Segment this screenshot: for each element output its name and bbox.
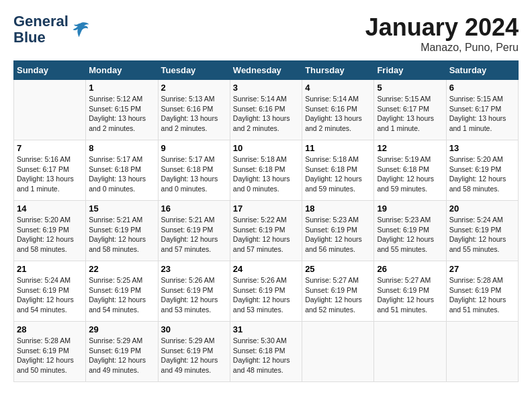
- day-info: Sunrise: 5:20 AM Sunset: 6:19 PM Dayligh…: [17, 215, 83, 255]
- day-number: 28: [17, 324, 83, 334]
- day-number: 14: [17, 203, 83, 214]
- calendar-cell: 20Sunrise: 5:24 AM Sunset: 6:19 PM Dayli…: [446, 201, 518, 261]
- day-number: 24: [233, 264, 299, 274]
- day-info: Sunrise: 5:29 AM Sunset: 6:19 PM Dayligh…: [89, 336, 154, 375]
- day-info: Sunrise: 5:15 AM Sunset: 6:17 PM Dayligh…: [377, 94, 443, 134]
- day-info: Sunrise: 5:27 AM Sunset: 6:19 PM Dayligh…: [305, 275, 371, 315]
- calendar-cell: 29Sunrise: 5:29 AM Sunset: 6:19 PM Dayli…: [86, 322, 158, 382]
- day-number: 20: [449, 203, 515, 214]
- calendar-cell: 17Sunrise: 5:22 AM Sunset: 6:19 PM Dayli…: [230, 201, 302, 261]
- day-info: Sunrise: 5:18 AM Sunset: 6:18 PM Dayligh…: [305, 154, 371, 194]
- calendar-cell: 11Sunrise: 5:18 AM Sunset: 6:18 PM Dayli…: [302, 140, 374, 201]
- calendar-cell: 26Sunrise: 5:27 AM Sunset: 6:19 PM Dayli…: [374, 261, 446, 322]
- day-info: Sunrise: 5:26 AM Sunset: 6:19 PM Dayligh…: [161, 275, 227, 315]
- calendar-cell: 30Sunrise: 5:29 AM Sunset: 6:19 PM Dayli…: [158, 322, 230, 382]
- header-thursday: Thursday: [302, 61, 374, 80]
- day-number: 26: [377, 264, 443, 274]
- day-info: Sunrise: 5:24 AM Sunset: 6:19 PM Dayligh…: [449, 215, 515, 255]
- day-info: Sunrise: 5:17 AM Sunset: 6:18 PM Dayligh…: [89, 154, 154, 194]
- calendar-cell: 3Sunrise: 5:14 AM Sunset: 6:16 PM Daylig…: [230, 80, 302, 140]
- page-header: GeneralBlue January 2024 Manazo, Puno, P…: [13, 13, 519, 54]
- calendar-table: SundayMondayTuesdayWednesdayThursdayFrid…: [13, 60, 519, 382]
- calendar-cell: 27Sunrise: 5:28 AM Sunset: 6:19 PM Dayli…: [446, 261, 518, 322]
- day-info: Sunrise: 5:22 AM Sunset: 6:19 PM Dayligh…: [233, 215, 299, 255]
- day-number: 27: [449, 264, 515, 274]
- calendar-cell: 6Sunrise: 5:15 AM Sunset: 6:17 PM Daylig…: [446, 80, 518, 140]
- day-info: Sunrise: 5:28 AM Sunset: 6:19 PM Dayligh…: [449, 275, 515, 315]
- day-info: Sunrise: 5:15 AM Sunset: 6:17 PM Dayligh…: [449, 94, 515, 134]
- calendar-cell: 22Sunrise: 5:25 AM Sunset: 6:19 PM Dayli…: [86, 261, 158, 322]
- day-number: 21: [17, 264, 83, 274]
- calendar-cell: 24Sunrise: 5:26 AM Sunset: 6:19 PM Dayli…: [230, 261, 302, 322]
- calendar-cell: 5Sunrise: 5:15 AM Sunset: 6:17 PM Daylig…: [374, 80, 446, 140]
- header-tuesday: Tuesday: [158, 61, 230, 80]
- calendar-cell: 15Sunrise: 5:21 AM Sunset: 6:19 PM Dayli…: [86, 201, 158, 261]
- day-info: Sunrise: 5:23 AM Sunset: 6:19 PM Dayligh…: [305, 215, 371, 255]
- day-number: 22: [89, 264, 154, 274]
- calendar-cell: [446, 322, 518, 382]
- calendar-cell: [302, 322, 374, 382]
- day-number: 15: [89, 203, 154, 214]
- calendar-week-row: 1Sunrise: 5:12 AM Sunset: 6:15 PM Daylig…: [14, 80, 519, 140]
- day-info: Sunrise: 5:20 AM Sunset: 6:19 PM Dayligh…: [449, 154, 515, 194]
- day-info: Sunrise: 5:14 AM Sunset: 6:16 PM Dayligh…: [305, 94, 371, 134]
- day-number: 6: [449, 83, 515, 93]
- day-info: Sunrise: 5:23 AM Sunset: 6:19 PM Dayligh…: [377, 215, 443, 255]
- day-number: 10: [233, 143, 299, 153]
- day-number: 23: [161, 264, 227, 274]
- header-sunday: Sunday: [14, 61, 86, 80]
- logo-text: GeneralBlue: [13, 13, 69, 46]
- day-info: Sunrise: 5:28 AM Sunset: 6:19 PM Dayligh…: [17, 336, 83, 375]
- day-number: 31: [233, 324, 299, 334]
- day-info: Sunrise: 5:30 AM Sunset: 6:18 PM Dayligh…: [233, 336, 299, 375]
- day-info: Sunrise: 5:12 AM Sunset: 6:15 PM Dayligh…: [89, 94, 154, 134]
- day-number: 11: [305, 143, 371, 153]
- day-number: 25: [305, 264, 371, 274]
- day-info: Sunrise: 5:24 AM Sunset: 6:19 PM Dayligh…: [17, 275, 83, 315]
- day-info: Sunrise: 5:13 AM Sunset: 6:16 PM Dayligh…: [161, 94, 227, 134]
- header-saturday: Saturday: [446, 61, 518, 80]
- location-subtitle: Manazo, Puno, Peru: [365, 42, 519, 54]
- calendar-cell: 12Sunrise: 5:19 AM Sunset: 6:18 PM Dayli…: [374, 140, 446, 201]
- day-number: 8: [89, 143, 154, 153]
- day-number: 16: [161, 203, 227, 214]
- calendar-cell: 9Sunrise: 5:17 AM Sunset: 6:18 PM Daylig…: [158, 140, 230, 201]
- title-block: January 2024 Manazo, Puno, Peru: [365, 13, 519, 54]
- calendar-week-row: 14Sunrise: 5:20 AM Sunset: 6:19 PM Dayli…: [14, 201, 519, 261]
- month-title: January 2024: [365, 13, 519, 42]
- logo: GeneralBlue: [13, 13, 90, 46]
- day-info: Sunrise: 5:19 AM Sunset: 6:18 PM Dayligh…: [377, 154, 443, 194]
- day-info: Sunrise: 5:26 AM Sunset: 6:19 PM Dayligh…: [233, 275, 299, 315]
- day-number: 4: [305, 83, 371, 93]
- day-info: Sunrise: 5:16 AM Sunset: 6:17 PM Dayligh…: [17, 154, 83, 194]
- calendar-cell: 7Sunrise: 5:16 AM Sunset: 6:17 PM Daylig…: [14, 140, 86, 201]
- calendar-header-row: SundayMondayTuesdayWednesdayThursdayFrid…: [14, 61, 519, 80]
- calendar-cell: 23Sunrise: 5:26 AM Sunset: 6:19 PM Dayli…: [158, 261, 230, 322]
- day-number: 7: [17, 143, 83, 153]
- day-info: Sunrise: 5:29 AM Sunset: 6:19 PM Dayligh…: [161, 336, 227, 375]
- day-number: 3: [233, 83, 299, 93]
- day-info: Sunrise: 5:25 AM Sunset: 6:19 PM Dayligh…: [89, 275, 154, 315]
- day-number: 1: [89, 83, 154, 93]
- day-info: Sunrise: 5:21 AM Sunset: 6:19 PM Dayligh…: [89, 215, 154, 255]
- calendar-cell: [14, 80, 86, 140]
- header-friday: Friday: [374, 61, 446, 80]
- day-number: 12: [377, 143, 443, 153]
- day-number: 5: [377, 83, 443, 93]
- day-number: 30: [161, 324, 227, 334]
- day-number: 19: [377, 203, 443, 214]
- day-info: Sunrise: 5:14 AM Sunset: 6:16 PM Dayligh…: [233, 94, 299, 134]
- calendar-cell: 13Sunrise: 5:20 AM Sunset: 6:19 PM Dayli…: [446, 140, 518, 201]
- day-number: 13: [449, 143, 515, 153]
- calendar-cell: [374, 322, 446, 382]
- calendar-cell: 18Sunrise: 5:23 AM Sunset: 6:19 PM Dayli…: [302, 201, 374, 261]
- calendar-week-row: 7Sunrise: 5:16 AM Sunset: 6:17 PM Daylig…: [14, 140, 519, 201]
- day-number: 17: [233, 203, 299, 214]
- calendar-week-row: 28Sunrise: 5:28 AM Sunset: 6:19 PM Dayli…: [14, 322, 519, 382]
- calendar-cell: 19Sunrise: 5:23 AM Sunset: 6:19 PM Dayli…: [374, 201, 446, 261]
- day-info: Sunrise: 5:17 AM Sunset: 6:18 PM Dayligh…: [161, 154, 227, 194]
- calendar-cell: 2Sunrise: 5:13 AM Sunset: 6:16 PM Daylig…: [158, 80, 230, 140]
- calendar-cell: 25Sunrise: 5:27 AM Sunset: 6:19 PM Dayli…: [302, 261, 374, 322]
- calendar-cell: 31Sunrise: 5:30 AM Sunset: 6:18 PM Dayli…: [230, 322, 302, 382]
- calendar-cell: 1Sunrise: 5:12 AM Sunset: 6:15 PM Daylig…: [86, 80, 158, 140]
